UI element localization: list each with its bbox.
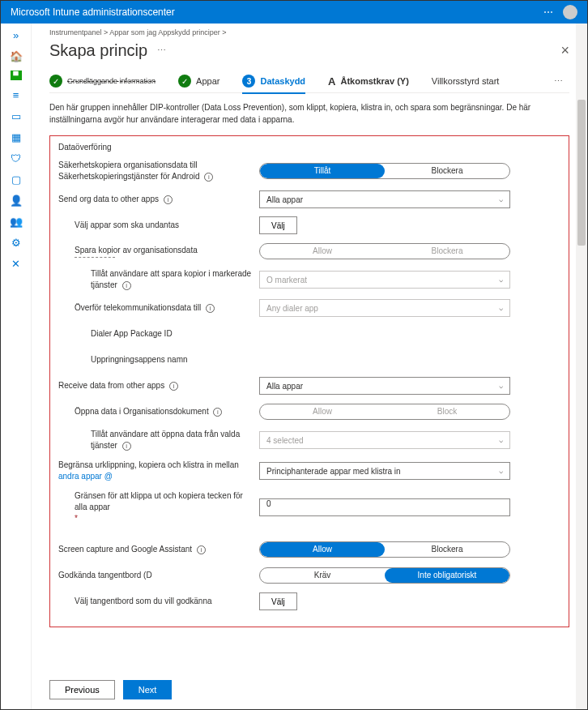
exclude-label: Välj appar som ska undantas [58, 220, 259, 231]
previous-button[interactable]: Previous [49, 680, 115, 699]
list-icon[interactable]: ≡ [10, 88, 23, 101]
openfrom-select[interactable]: 4 selected⌵ [259, 431, 510, 449]
keyboards-toggle[interactable]: Kräv Inte obligatoriskt [259, 567, 510, 584]
openfrom-label: Tillåt användare att öppna data från val… [58, 429, 259, 451]
selkbd-button[interactable]: Välj [259, 592, 297, 610]
charlimit-input[interactable]: 0 [259, 498, 510, 516]
info-icon[interactable]: i [204, 173, 213, 182]
chevron-right-icon[interactable]: » [10, 28, 23, 41]
avatar[interactable] [563, 5, 577, 19]
topbar-more-icon[interactable]: ⋯ [543, 6, 555, 18]
telecom-select[interactable]: Any dialer app⌵ [259, 299, 510, 317]
wizard-more-icon[interactable]: ⋯ [554, 76, 569, 87]
check-icon: ✓ [49, 75, 62, 88]
security-icon[interactable]: 🛡 [10, 152, 23, 165]
opendata-toggle[interactable]: Allow Block [259, 404, 510, 420]
savecopies-label: Spara kopior av organisationsdata [58, 245, 259, 258]
scroll-thumb[interactable] [577, 100, 586, 246]
opendata-label: Öppna data i Organisationsdokument i [58, 406, 259, 417]
wizard-step-3[interactable]: 3 Dataskydd [242, 75, 305, 94]
next-button[interactable]: Next [123, 680, 173, 699]
chevron-down-icon: ⌵ [499, 382, 503, 390]
tenant-icon[interactable]: ⚙ [10, 236, 23, 249]
selkbd-label: Välj tangentbord som du vill godkänna [58, 596, 259, 607]
title-more-icon[interactable]: ⋯ [157, 45, 166, 56]
exclude-select-button[interactable]: Välj [259, 216, 297, 234]
home-icon[interactable]: 🏠 [10, 49, 23, 62]
restrict-select[interactable]: Principhanterade appar med klistra in⌵ [259, 462, 510, 480]
info-icon[interactable]: i [206, 304, 215, 313]
breadcrumb[interactable]: Instrumentpanel > Appar som jag Appskydd… [49, 28, 569, 36]
apps-icon[interactable]: ▦ [10, 130, 23, 143]
dialerpkg-label: Dialer App Package ID [58, 328, 259, 340]
chevron-down-icon: ⌵ [499, 304, 503, 312]
info-icon[interactable]: i [197, 545, 206, 554]
chevron-down-icon: ⌵ [499, 467, 503, 475]
step-letter: A [328, 75, 335, 88]
footer: Previous Next [49, 680, 172, 699]
charlimit-label: Gränsen för att klippa ut och kopiera te… [58, 490, 259, 524]
chevron-down-icon: ⌵ [499, 436, 503, 444]
page-title: Skapa princip [49, 41, 147, 60]
groups-icon[interactable]: 👥 [10, 215, 23, 228]
check-icon: ✓ [178, 75, 191, 88]
restrict-label: Begränsa urklippning, kopiera och klistr… [58, 460, 259, 482]
topbar: Microsoft Intune administrationscenter ⋯ [1, 1, 587, 24]
send-select[interactable]: Alla appar⌵ [259, 190, 510, 208]
screen-toggle[interactable]: Allow Blockera [259, 541, 510, 558]
topbar-title: Microsoft Intune administrationscenter [11, 6, 175, 18]
troubleshoot-icon[interactable]: ✕ [10, 257, 23, 270]
devices-icon[interactable]: ▭ [10, 109, 23, 122]
chevron-down-icon: ⌵ [499, 276, 503, 284]
info-icon[interactable]: i [213, 408, 222, 417]
info-icon[interactable]: i [164, 195, 173, 204]
info-icon[interactable]: i [122, 442, 131, 451]
reports-icon[interactable]: ▢ [10, 173, 23, 186]
screen-label: Screen capture and Google Assistant i [58, 544, 259, 555]
dialername-label: Uppringningsappens namn [58, 354, 259, 366]
info-icon[interactable]: i [169, 382, 178, 391]
savecopies-toggle[interactable]: Allow Blockera [259, 243, 510, 259]
scrollbar[interactable] [576, 24, 587, 709]
keyboards-label: Godkända tangentbord (D [58, 570, 259, 581]
allowsave-select[interactable]: O markerat⌵ [259, 271, 510, 289]
wizard-step-4[interactable]: A Åtkomstkrav (Y) [328, 75, 409, 88]
close-icon[interactable]: × [560, 42, 569, 59]
section-title: Dataöverföring [58, 143, 560, 152]
wizard-steps: ✓ Grundläggande information ✓ Appar 3 Da… [49, 75, 569, 93]
receive-select[interactable]: Alla appar⌵ [259, 377, 510, 395]
sidebar: » 🏠 ▀ ≡ ▭ ▦ 🛡 ▢ 👤 👥 ⚙ ✕ [1, 24, 32, 709]
users-icon[interactable]: 👤 [10, 194, 23, 207]
dashboard-icon[interactable]: ▀ [11, 71, 22, 80]
receive-label: Receive data from other apps i [58, 380, 259, 391]
send-label: Send org data to other apps i [58, 194, 259, 205]
step-number: 3 [242, 75, 255, 88]
description-text: Den här gruppen innehåller DIP-kontrolle… [49, 101, 569, 126]
allowsave-label: Tillåt användare att spara kopior i mark… [58, 268, 259, 291]
wizard-step-1[interactable]: ✓ Grundläggande information [49, 75, 156, 88]
backup-label: Säkerhetskopiera organisationsdata till … [58, 160, 259, 182]
wizard-step-2[interactable]: ✓ Appar [178, 75, 219, 88]
data-transfer-section: Dataöverföring Säkerhetskopiera organisa… [49, 135, 569, 627]
chevron-down-icon: ⌵ [499, 195, 503, 203]
wizard-step-5[interactable]: Villkorsstyrd start [432, 76, 500, 86]
info-icon[interactable]: i [122, 281, 131, 290]
backup-toggle[interactable]: Tillåt Blockera [259, 163, 510, 179]
telecom-label: Överför telekommunikationsdata till i [58, 302, 259, 314]
